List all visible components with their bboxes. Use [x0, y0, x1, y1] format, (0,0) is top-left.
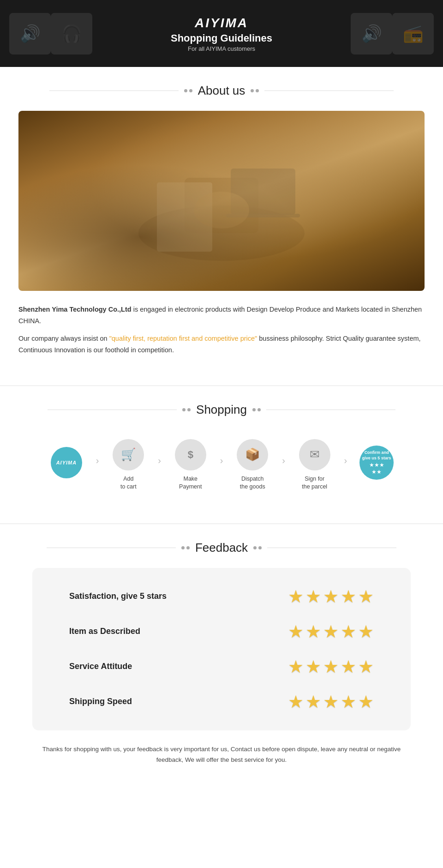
about-text-block: Shenzhen Yima Technology Co.,Ltd is enga… — [18, 304, 425, 356]
feedback-section-header: Feedback — [0, 541, 443, 555]
company-name: Shenzhen Yima Technology Co.,Ltd — [18, 306, 132, 313]
step-dispatch: 📦 Dispatchthe goods — [223, 439, 282, 491]
divider-feedback — [0, 524, 443, 524]
shopping-section-header: Shopping — [0, 403, 443, 417]
star-8: ★ — [323, 621, 339, 642]
confirm-stars-icon-2: ★★ — [371, 469, 382, 475]
payment-icon: $ — [188, 449, 193, 461]
feedback-label-shipping: Shipping Speed — [69, 697, 132, 706]
about-paragraph-1: Shenzhen Yima Technology Co.,Ltd is enga… — [18, 304, 425, 326]
step-aiyima: AIYIMA — [37, 447, 96, 483]
dispatch-icon: 📦 — [245, 447, 260, 462]
star-14: ★ — [341, 657, 356, 677]
star-20: ★ — [358, 692, 374, 712]
confirm-text: Confirm andgive us 5 stars — [362, 450, 391, 461]
step-confirm: Confirm andgive us 5 stars ★★★ ★★ — [347, 446, 406, 484]
step-cart-label: Addto cart — [120, 475, 137, 491]
cart-icon: 🛒 — [121, 447, 136, 462]
dot-6 — [187, 408, 191, 411]
stars-shipping: ★ ★ ★ ★ ★ — [288, 692, 374, 712]
bg-icon-2: 🎧 — [51, 13, 92, 54]
feedback-title: Feedback — [195, 541, 248, 555]
star-10: ★ — [358, 621, 374, 642]
star-9: ★ — [341, 621, 356, 642]
stars-satisfaction: ★ ★ ★ ★ ★ — [288, 586, 374, 607]
shopping-steps-container: AIYIMA › 🛒 Addto cart › $ MakePayment › … — [18, 430, 425, 505]
feedback-card: Satisfaction, give 5 stars ★ ★ ★ ★ ★ Ite… — [32, 568, 411, 730]
about-p2-intro: Our company always insist on — [18, 335, 109, 342]
feedback-label-satisfaction: Satisfaction, give 5 stars — [69, 591, 167, 601]
star-1: ★ — [288, 586, 304, 607]
bg-icon-1: 🔊 — [9, 13, 51, 54]
star-2: ★ — [305, 586, 321, 607]
shopping-title: Shopping — [196, 403, 247, 417]
about-image-bg — [18, 111, 425, 291]
feedback-row-shipping: Shipping Speed ★ ★ ★ ★ ★ — [69, 692, 374, 712]
dot-11 — [253, 546, 257, 549]
star-7: ★ — [305, 621, 321, 642]
about-highlight: "quality first, reputation first and com… — [109, 335, 257, 342]
brand-logo: AIYIMA — [171, 16, 272, 30]
about-title: About us — [198, 84, 245, 98]
step-sign: ✉ Sign forthe parcel — [285, 439, 344, 491]
dot-1 — [184, 89, 187, 92]
dot-5 — [182, 408, 186, 411]
stars-described: ★ ★ ★ ★ ★ — [288, 621, 374, 642]
dot-10 — [186, 546, 190, 549]
step-dispatch-label: Dispatchthe goods — [240, 475, 265, 491]
header-content: AIYIMA Shopping Guidelines For all AIYIM… — [171, 16, 272, 52]
star-18: ★ — [323, 692, 339, 712]
divider-shopping — [0, 386, 443, 386]
section-line-left — [49, 90, 179, 91]
step-aiyima-icon: AIYIMA — [51, 447, 82, 478]
section-dots-left-3 — [181, 546, 190, 549]
section-dots-left — [184, 89, 192, 92]
section-dots-right — [251, 89, 259, 92]
step-payment-icon: $ — [175, 439, 206, 470]
star-6: ★ — [288, 621, 304, 642]
step-cart: 🛒 Addto cart — [99, 439, 158, 491]
feedback-row-described: Item as Described ★ ★ ★ ★ ★ — [69, 621, 374, 642]
step-confirm-icon: Confirm andgive us 5 stars ★★★ ★★ — [359, 446, 394, 480]
arrow-3: › — [220, 455, 223, 466]
about-section-header: About us — [0, 84, 443, 98]
section-line-left-2 — [48, 410, 177, 410]
star-15: ★ — [358, 657, 374, 677]
star-13: ★ — [323, 657, 339, 677]
sign-icon: ✉ — [310, 447, 320, 462]
dot-3 — [251, 89, 254, 92]
svg-point-5 — [194, 192, 249, 229]
stars-service: ★ ★ ★ ★ ★ — [288, 657, 374, 677]
dot-9 — [181, 546, 185, 549]
star-12: ★ — [305, 657, 321, 677]
dot-4 — [256, 89, 259, 92]
feedback-label-service: Service Attitude — [69, 662, 132, 671]
step-dispatch-icon: 📦 — [237, 439, 268, 470]
star-5: ★ — [358, 586, 374, 607]
star-3: ★ — [323, 586, 339, 607]
section-dots-right-2 — [252, 408, 261, 411]
section-line-right-2 — [266, 410, 395, 410]
feedback-label-described: Item as Described — [69, 627, 140, 636]
arrow-1: › — [96, 455, 99, 466]
step-sign-icon: ✉ — [299, 439, 330, 470]
arrow-4: › — [282, 455, 285, 466]
header-subtitle: For all AIYIMA customers — [171, 45, 272, 52]
star-4: ★ — [341, 586, 356, 607]
section-dots-right-3 — [253, 546, 262, 549]
feedback-row-service: Service Attitude ★ ★ ★ ★ ★ — [69, 657, 374, 677]
step-payment-label: MakePayment — [179, 475, 202, 491]
bg-icon-4: 📻 — [392, 13, 434, 54]
star-17: ★ — [305, 692, 321, 712]
header-title: Shopping Guidelines — [171, 32, 272, 44]
aiyima-brand-label: AIYIMA — [56, 460, 77, 465]
page-header: 🔊 🎧 🔊 📻 AIYIMA Shopping Guidelines For a… — [0, 0, 443, 67]
feedback-row-satisfaction: Satisfaction, give 5 stars ★ ★ ★ ★ ★ — [69, 586, 374, 607]
step-sign-label: Sign forthe parcel — [302, 475, 327, 491]
about-paragraph-2: Our company always insist on "quality fi… — [18, 333, 425, 356]
dot-7 — [252, 408, 256, 411]
section-line-right — [264, 90, 394, 91]
arrow-2: › — [158, 455, 161, 466]
dot-2 — [189, 89, 192, 92]
dot-12 — [258, 546, 262, 549]
